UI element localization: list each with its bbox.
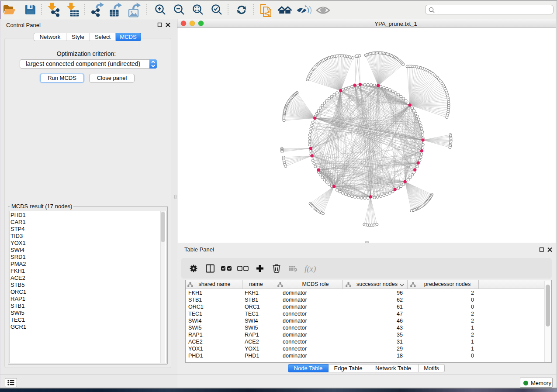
svg-text:f(x): f(x)	[304, 264, 316, 274]
